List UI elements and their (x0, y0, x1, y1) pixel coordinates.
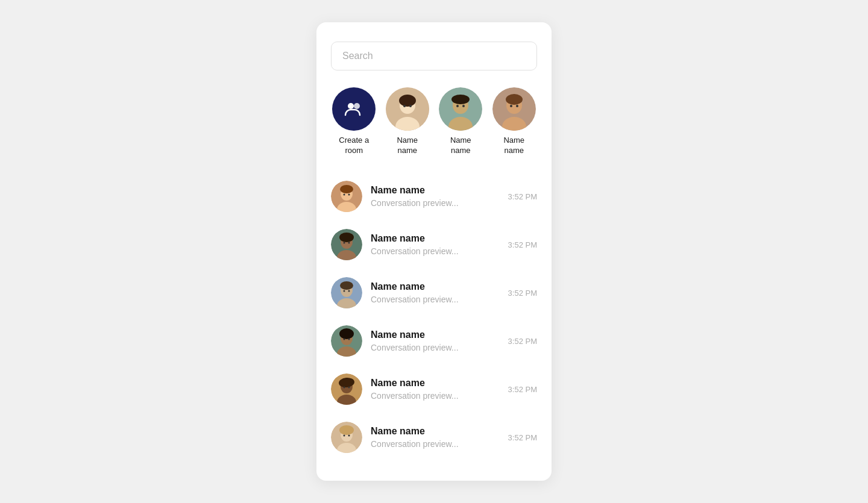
conversation-preview-3: Conversation preview... (371, 295, 500, 304)
conversation-name-4: Name name (371, 330, 500, 340)
svg-point-55 (344, 435, 345, 437)
svg-point-43 (344, 339, 345, 340)
conversation-name-6: Name name (371, 426, 500, 437)
conversation-avatar-1 (331, 181, 362, 212)
conversation-preview-1: Conversation preview... (371, 198, 500, 208)
conversation-list: Name name Conversation preview... 3:52 P… (331, 172, 537, 461)
story-label-1: Namename (397, 136, 418, 156)
conversation-time-6: 3:52 PM (508, 433, 537, 442)
svg-point-50 (348, 387, 350, 389)
conversation-item-4[interactable]: Name name Conversation preview... 3:52 P… (331, 317, 537, 365)
conversation-item-1[interactable]: Name name Conversation preview... 3:52 P… (331, 172, 537, 220)
create-room-button[interactable]: Create aroom (331, 87, 377, 156)
conversation-name-3: Name name (371, 281, 500, 292)
conversation-time-5: 3:52 PM (508, 385, 537, 394)
story-contact-1[interactable]: Namename (385, 87, 431, 156)
conversation-time-2: 3:52 PM (508, 240, 537, 249)
svg-point-1 (354, 103, 360, 109)
stories-row: Create aroom Namename (331, 87, 537, 156)
conversation-preview-6: Conversation preview... (371, 439, 500, 449)
story-avatar-3 (492, 87, 536, 131)
svg-point-8 (409, 105, 412, 107)
svg-point-20 (516, 105, 518, 107)
story-label-2: Namename (450, 136, 471, 156)
svg-point-7 (403, 105, 406, 107)
svg-point-24 (340, 185, 353, 193)
story-label-3: Namename (503, 136, 524, 156)
svg-point-38 (348, 290, 350, 292)
search-container (331, 42, 537, 70)
conversation-preview-4: Conversation preview... (371, 343, 500, 352)
conversation-name-1: Name name (371, 185, 500, 196)
svg-point-44 (348, 339, 350, 340)
conversation-avatar-4 (331, 325, 362, 357)
conversation-content-4: Name name Conversation preview... (371, 330, 500, 352)
conversation-item-2[interactable]: Name name Conversation preview... 3:52 P… (331, 220, 537, 269)
svg-point-30 (339, 233, 354, 242)
conversation-item-6[interactable]: Name name Conversation preview... 3:52 P… (331, 413, 537, 461)
conversation-time-1: 3:52 PM (508, 192, 537, 201)
svg-point-6 (399, 95, 416, 107)
conversation-content-5: Name name Conversation preview... (371, 378, 500, 401)
conversation-content-1: Name name Conversation preview... (371, 185, 500, 208)
conversation-name-2: Name name (371, 233, 500, 244)
conversation-avatar-3 (331, 277, 362, 308)
conversation-avatar-6 (331, 422, 362, 453)
svg-point-37 (344, 290, 345, 292)
conversation-item-3[interactable]: Name name Conversation preview... 3:52 P… (331, 269, 537, 317)
svg-point-13 (456, 105, 459, 107)
conversation-content-3: Name name Conversation preview... (371, 281, 500, 304)
messaging-panel: Create aroom Namename (316, 22, 552, 481)
svg-point-42 (339, 328, 354, 339)
svg-point-19 (510, 105, 512, 107)
group-icon (343, 98, 365, 120)
create-room-avatar (332, 87, 376, 131)
svg-point-0 (348, 103, 354, 109)
conversation-avatar-2 (331, 229, 362, 260)
conversation-preview-2: Conversation preview... (371, 246, 500, 256)
conversation-avatar-5 (331, 373, 362, 405)
conversation-time-4: 3:52 PM (508, 337, 537, 346)
search-input[interactable] (331, 42, 537, 70)
svg-point-56 (348, 435, 350, 437)
story-avatar-2 (439, 87, 482, 131)
svg-point-14 (462, 105, 465, 107)
svg-point-49 (344, 387, 345, 389)
story-avatar-1 (386, 87, 429, 131)
conversation-preview-5: Conversation preview... (371, 391, 500, 401)
svg-point-36 (340, 281, 353, 290)
conversation-content-2: Name name Conversation preview... (371, 233, 500, 256)
conversation-time-3: 3:52 PM (508, 289, 537, 298)
svg-point-12 (451, 95, 470, 104)
conversation-name-5: Name name (371, 378, 500, 389)
conversation-item-5[interactable]: Name name Conversation preview... 3:52 P… (331, 365, 537, 413)
story-contact-2[interactable]: Namename (438, 87, 484, 156)
create-room-label: Create aroom (339, 136, 369, 156)
svg-point-18 (506, 94, 523, 105)
svg-point-25 (344, 194, 345, 196)
story-contact-3[interactable]: Namename (491, 87, 538, 156)
svg-point-31 (344, 242, 345, 244)
svg-point-32 (348, 242, 350, 244)
conversation-content-6: Name name Conversation preview... (371, 426, 500, 449)
svg-point-26 (348, 194, 350, 196)
svg-point-54 (339, 425, 354, 435)
